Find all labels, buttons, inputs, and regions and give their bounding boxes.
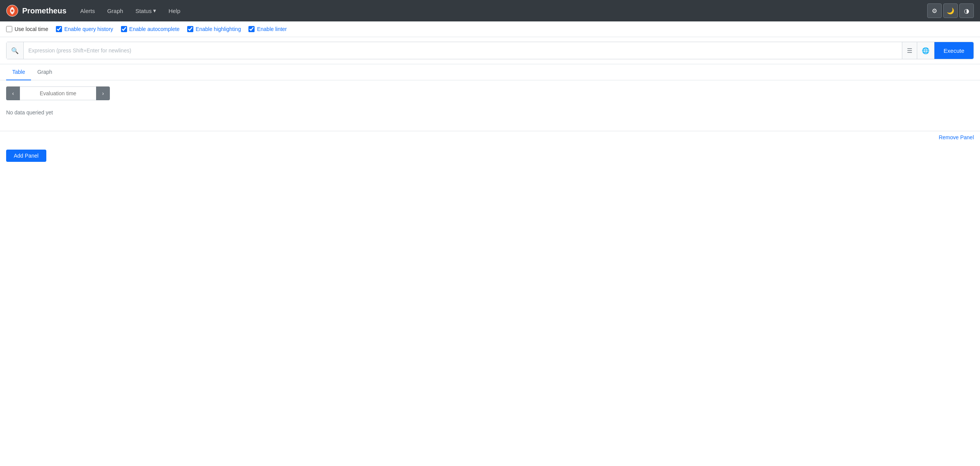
moon-icon: 🌙 — [947, 7, 954, 15]
contrast-button[interactable]: ◑ — [959, 3, 974, 18]
prometheus-logo-icon — [6, 5, 18, 17]
brand-logo[interactable]: Prometheus — [6, 5, 67, 17]
use-local-time-input[interactable] — [6, 26, 12, 32]
nav-item-status[interactable]: Status ▾ — [131, 4, 161, 17]
settings-icon: ⚙ — [932, 7, 937, 15]
eval-time-next-button[interactable]: › — [96, 86, 110, 100]
nav-item-alerts[interactable]: Alerts — [76, 5, 100, 17]
status-dropdown-arrow: ▾ — [153, 7, 156, 14]
panel-content: ‹ › No data queried yet — [0, 80, 980, 131]
add-panel-button[interactable]: Add Panel — [6, 150, 46, 162]
enable-highlighting-input[interactable] — [187, 26, 193, 32]
nav-links: Alerts Graph Status ▾ Help — [76, 4, 918, 17]
search-icon: 🔍 — [11, 47, 19, 54]
no-data-text: No data queried yet — [6, 106, 974, 125]
search-icon-box: 🔍 — [7, 42, 24, 59]
enable-autocomplete-input[interactable] — [121, 26, 127, 32]
panel: Table Graph ‹ › No data queried yet — [0, 64, 980, 131]
dark-mode-button[interactable]: 🌙 — [943, 3, 958, 18]
eval-time-prev-button[interactable]: ‹ — [6, 86, 20, 100]
eval-time-row: ‹ › — [6, 86, 974, 100]
enable-linter-checkbox[interactable]: Enable linter — [248, 26, 287, 32]
remove-panel-button[interactable]: Remove Panel — [939, 134, 974, 140]
panel-tabs: Table Graph — [0, 64, 980, 80]
svg-point-1 — [11, 10, 13, 12]
contrast-icon: ◑ — [964, 7, 969, 15]
execute-button[interactable]: Execute — [934, 42, 973, 59]
enable-linter-input[interactable] — [248, 26, 255, 32]
use-local-time-checkbox[interactable]: Use local time — [6, 26, 48, 32]
settings-button[interactable]: ⚙ — [927, 3, 942, 18]
add-panel-area: Add Panel — [0, 143, 980, 168]
globe-icon: 🌐 — [922, 47, 929, 54]
nav-item-help[interactable]: Help — [164, 5, 185, 17]
query-input-row: 🔍 ☰ 🌐 Execute — [6, 42, 974, 59]
expression-input[interactable] — [24, 42, 902, 59]
navbar: Prometheus Alerts Graph Status ▾ Help ⚙ … — [0, 0, 980, 21]
nav-item-graph[interactable]: Graph — [103, 5, 128, 17]
query-area: 🔍 ☰ 🌐 Execute — [0, 37, 980, 64]
query-history-button[interactable]: ☰ — [902, 42, 917, 59]
enable-query-history-checkbox[interactable]: Enable query history — [56, 26, 113, 32]
remove-panel-row: Remove Panel — [0, 131, 980, 143]
options-bar: Use local time Enable query history Enab… — [0, 21, 980, 37]
brand-name: Prometheus — [22, 7, 67, 15]
nav-right-icons: ⚙ 🌙 ◑ — [927, 3, 974, 18]
tab-graph[interactable]: Graph — [31, 64, 58, 80]
enable-query-history-input[interactable] — [56, 26, 62, 32]
metrics-explorer-button[interactable]: 🌐 — [917, 42, 934, 59]
enable-autocomplete-checkbox[interactable]: Enable autocomplete — [121, 26, 180, 32]
tab-table[interactable]: Table — [6, 64, 31, 80]
list-icon: ☰ — [907, 47, 912, 54]
eval-time-input[interactable] — [20, 86, 96, 100]
enable-highlighting-checkbox[interactable]: Enable highlighting — [187, 26, 241, 32]
